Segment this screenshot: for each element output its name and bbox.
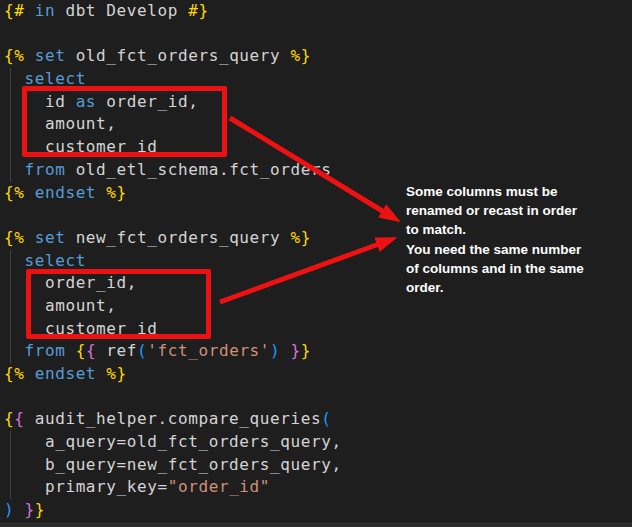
code-token [4,69,24,88]
code-token: "order_id" [168,477,270,496]
bottom-highlight-bar [0,521,632,527]
annotation-note-line: You need the same number [406,240,606,259]
code-token: {% [4,46,35,65]
code-line[interactable] [4,23,632,46]
code-token: { [14,409,24,428]
code-token: { [86,341,96,360]
annotation-note-line: of columns and in the same [406,259,606,278]
code-token: primary_key= [4,477,168,496]
code-token: } [24,500,34,519]
code-token: { [4,409,14,428]
annotation-note-line: renamed or recast in order [406,201,606,220]
code-token: endset [35,364,96,383]
code-token: {# [4,1,35,20]
code-token: select [24,251,85,270]
indent-guide [10,250,11,364]
code-token [4,251,24,270]
code-token: } [301,341,311,360]
code-line[interactable] [4,386,632,409]
code-token: %} [291,46,311,65]
code-line[interactable]: {# in dbt Develop #} [4,0,632,23]
code-token [4,160,24,179]
code-line[interactable]: from old_etl_schema.fct_orders [4,159,632,182]
code-line[interactable]: a_query=old_fct_orders_query, [4,431,632,454]
code-token: ( [137,341,147,360]
indent-guide [10,68,11,182]
code-token: %} [96,183,127,202]
code-token [4,341,24,360]
code-token: {% [4,364,35,383]
code-token: {% [4,183,35,202]
code-line[interactable]: primary_key="order_id" [4,476,632,499]
code-token: %} [291,228,311,247]
highlight-box-old-select-columns [22,86,227,157]
code-token: old_fct_orders_query [65,46,290,65]
code-token: old_etl_schema.fct_orders [65,160,331,179]
code-token: ref [96,341,137,360]
code-token: from [24,160,65,179]
code-token: { [76,341,86,360]
code-token: from [24,341,65,360]
code-token: a_query=old_fct_orders_query, [4,432,342,451]
code-token [14,500,24,519]
code-token: in [35,1,55,20]
code-token: 'fct_orders' [147,341,270,360]
screenshot-root: {# in dbt Develop #} {% set old_fct_orde… [0,0,632,527]
code-token: } [291,341,301,360]
code-token: b_query=new_fct_orders_query, [4,455,342,474]
code-token: } [35,500,45,519]
code-line[interactable]: {% endset %} [4,363,632,386]
code-token: %} [96,364,127,383]
code-line[interactable]: ) }} [4,499,632,522]
code-token: set [35,46,66,65]
annotation-note-line: order. [406,278,606,297]
highlight-box-new-select-columns [26,269,211,339]
annotation-note-line: Some columns must be [406,182,606,201]
code-token: ) [4,500,14,519]
code-token: new_fct_orders_query [65,228,290,247]
code-line[interactable]: from {{ ref('fct_orders') }} [4,340,632,363]
code-token: {% [4,228,35,247]
annotation-note: Some columns must berenamed or recast in… [406,182,606,297]
code-token: audit_helper.compare_queries [24,409,321,428]
code-line[interactable]: b_query=new_fct_orders_query, [4,454,632,477]
code-token: set [35,228,66,247]
code-token: #} [188,1,208,20]
code-line[interactable]: {{ audit_helper.compare_queries( [4,408,632,431]
code-token: ) [270,341,280,360]
code-token [280,341,290,360]
annotation-note-line: to match. [406,220,606,239]
indent-guide [10,431,11,499]
code-token: endset [35,183,96,202]
code-token: dbt Develop [55,1,188,20]
code-token [65,341,75,360]
code-line[interactable]: {% set old_fct_orders_query %} [4,45,632,68]
code-token: ( [321,409,331,428]
